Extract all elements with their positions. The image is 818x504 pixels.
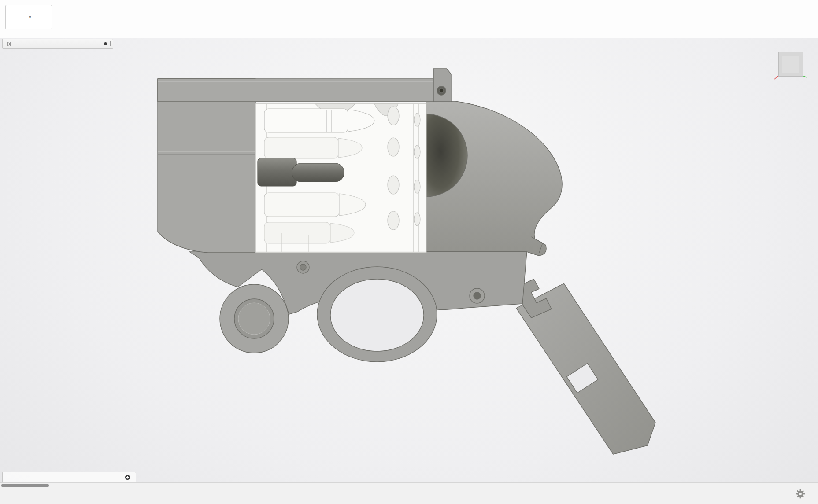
panel-resize-handle[interactable] (133, 475, 133, 480)
model-bullet (264, 193, 366, 217)
model-bullet (264, 109, 374, 132)
viewcube-axes-icon (774, 73, 814, 82)
model-frame-block[interactable] (158, 79, 255, 253)
timeline-settings-gear-icon[interactable] (796, 489, 805, 499)
top-toolbar: ▾ (0, 0, 818, 38)
panel-options-icon[interactable] (104, 42, 107, 46)
model-cylinder-window[interactable] (255, 103, 426, 253)
model-top-rail[interactable] (158, 79, 450, 102)
panel-resize-handle[interactable] (110, 41, 111, 46)
comments-panel[interactable] (2, 472, 136, 482)
collapse-panel-icon[interactable] (5, 41, 12, 47)
workspace-switcher[interactable]: ▾ (5, 5, 52, 29)
browser-header[interactable] (2, 39, 113, 49)
viewport-canvas[interactable] (0, 0, 818, 504)
model-rear-sight[interactable] (433, 69, 451, 102)
timeline-scrollbar[interactable] (1, 484, 49, 487)
add-comment-icon[interactable] (125, 475, 130, 480)
timeline-track (64, 499, 791, 499)
model-bullet (264, 222, 354, 243)
browser-panel (2, 39, 113, 51)
model-trigger-guard-hole (330, 279, 424, 351)
chevron-down-icon: ▾ (29, 15, 31, 19)
model-bullet (264, 137, 362, 158)
viewcube[interactable] (774, 42, 814, 82)
timeline (0, 482, 818, 504)
